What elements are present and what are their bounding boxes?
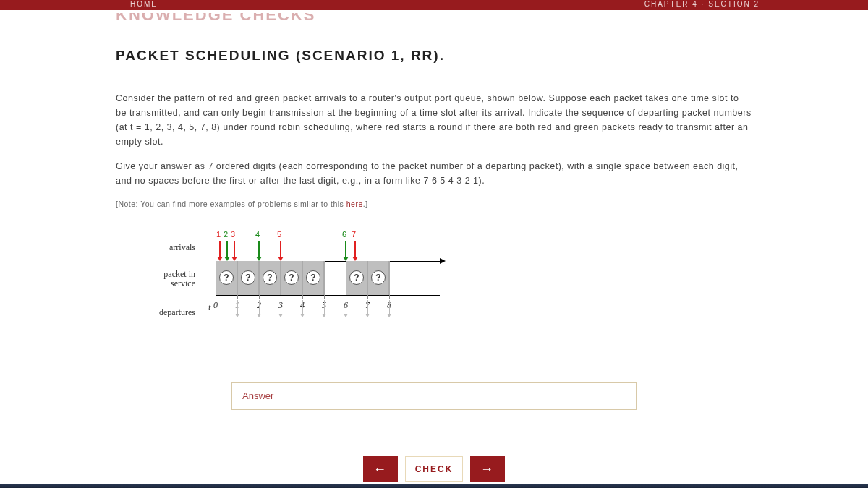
next-button[interactable]: →	[470, 456, 505, 482]
page-heading: KNOWLEDGE CHECKS	[116, 13, 752, 27]
tick-0: 0	[208, 300, 223, 311]
slot-3: ?	[281, 261, 302, 295]
question-note: [Note: You can find more examples of pro…	[116, 198, 752, 210]
divider	[116, 356, 752, 356]
slot-4: ?	[302, 261, 324, 295]
arrival-7: 7	[354, 241, 356, 258]
slot-2: ?	[259, 261, 281, 295]
slot-5	[324, 261, 346, 295]
prev-button[interactable]: ←	[363, 456, 398, 482]
arrival-5: 5	[280, 241, 281, 258]
answer-input[interactable]	[231, 382, 637, 410]
slot-6: ?	[346, 261, 367, 295]
note-link[interactable]: here	[346, 200, 363, 208]
slot-8	[389, 261, 411, 295]
arrival-1: 1	[219, 241, 221, 258]
check-button[interactable]: CHECK	[405, 456, 463, 482]
footer-strip	[0, 484, 868, 488]
slot-7: ?	[367, 261, 389, 295]
breadcrumb: CHAPTER 4 · SECTION 2	[644, 0, 760, 8]
question-title: PACKET SCHEDULING (SCENARIO 1, RR).	[116, 48, 752, 64]
question-para2: Give your answer as 7 ordered digits (ea…	[116, 159, 752, 188]
arrival-6: 6	[345, 241, 346, 258]
question-text: Consider the pattern of red and green pa…	[116, 91, 752, 210]
scheduling-diagram: arrivalspacket inservicedeparturest?????…	[137, 226, 752, 338]
slot-0: ?	[216, 261, 237, 295]
label-departures: departures	[130, 307, 195, 318]
slot-1: ?	[237, 261, 259, 295]
topbar: HOME CHAPTER 4 · SECTION 2	[0, 0, 868, 10]
arrival-3: 3	[234, 241, 235, 258]
label-service: packet inservice	[130, 270, 195, 288]
question-para1: Consider the pattern of red and green pa…	[116, 91, 752, 149]
label-arrivals: arrivals	[130, 242, 195, 253]
arrival-2: 2	[226, 241, 228, 258]
nav-home[interactable]: HOME	[130, 0, 158, 8]
arrival-4: 4	[258, 241, 260, 258]
nav-row: ← CHECK →	[363, 456, 505, 482]
